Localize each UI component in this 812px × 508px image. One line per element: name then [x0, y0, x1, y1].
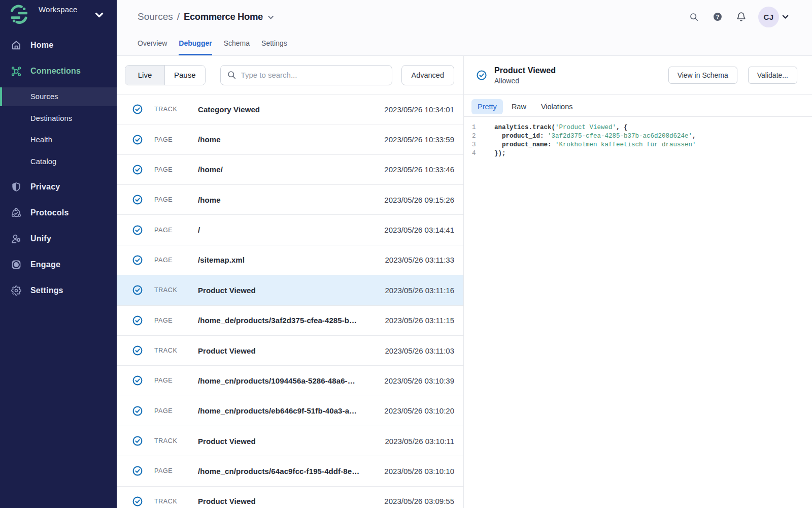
- sidebar-item-settings[interactable]: Settings: [0, 278, 117, 304]
- event-type: TRACK: [154, 347, 198, 354]
- check-circle-icon: [477, 70, 487, 80]
- tab-debugger[interactable]: Debugger: [179, 39, 212, 55]
- line-number: 1: [464, 123, 494, 132]
- help-icon[interactable]: ?: [713, 12, 722, 21]
- tab-raw[interactable]: Raw: [505, 99, 532, 114]
- sidebar-item-protocols[interactable]: Protocols: [0, 200, 117, 226]
- check-circle-icon: [132, 436, 143, 446]
- check-circle-icon: [132, 375, 143, 386]
- event-type: PAGE: [154, 227, 198, 234]
- code-token: analytics.track(: [494, 123, 555, 132]
- search-input[interactable]: [241, 71, 386, 79]
- sidebar-item-catalog[interactable]: Catalog: [0, 152, 117, 171]
- breadcrumb-caret-down-icon[interactable]: [268, 16, 274, 19]
- event-row[interactable]: PAGE/home_cn/products/eb646c9f-51fb-40a3…: [117, 396, 463, 426]
- tab-settings[interactable]: Settings: [261, 39, 287, 55]
- detail-title-block: Product Viewed Allowed: [494, 66, 556, 85]
- tab-overview[interactable]: Overview: [138, 39, 167, 55]
- sidebar-item-engage[interactable]: Engage: [0, 252, 117, 278]
- event-row[interactable]: PAGE/home_de/products/3af2d375-cfea-4285…: [117, 306, 463, 336]
- engage-icon: [11, 260, 21, 270]
- sidebar: Workspace Home Connections: [0, 0, 117, 508]
- code-token-string: 'Krokholmen kaffeetisch für draussen': [555, 141, 696, 149]
- sidebar-item-label: Privacy: [30, 182, 60, 192]
- event-row[interactable]: TRACKCategory Viewed2023/05/26 10:34:01: [117, 94, 463, 124]
- sidebar-item-label: Connections: [30, 67, 81, 76]
- sidebar-item-label: Protocols: [30, 208, 69, 217]
- check-circle-icon: [132, 104, 143, 114]
- search-icon[interactable]: [690, 13, 698, 21]
- app-header: Sources / Ecommerce Home ?: [117, 0, 812, 56]
- event-row[interactable]: TRACKProduct Viewed2023/05/26 03:11:03: [117, 336, 463, 366]
- detail-status: Allowed: [494, 77, 556, 85]
- event-name: /sitemap.xml: [198, 256, 385, 264]
- event-row[interactable]: TRACKProduct Viewed2023/05/26 03:09:55: [117, 487, 463, 508]
- check-circle-icon: [132, 406, 143, 416]
- sidebar-item-destinations[interactable]: Destinations: [0, 109, 117, 128]
- breadcrumb-sources-link[interactable]: Sources: [138, 11, 173, 22]
- sidebar-nav: Home Connections Sources Destinations He…: [0, 32, 117, 304]
- sidebar-item-sources[interactable]: Sources: [0, 87, 117, 106]
- avatar[interactable]: CJ: [758, 7, 779, 27]
- event-type: PAGE: [154, 166, 198, 173]
- sidebar-item-label: Home: [30, 41, 53, 50]
- detail-buttons: View in Schema Validate...: [668, 67, 797, 84]
- sidebar-item-unify[interactable]: Unify: [0, 226, 117, 252]
- detail-title: Product Viewed: [494, 66, 556, 75]
- sidebar-item-privacy[interactable]: Privacy: [0, 174, 117, 200]
- sidebar-item-home[interactable]: Home: [0, 32, 117, 58]
- event-name: /home_cn/products/eb646c9f-51fb-40a3-a…: [198, 406, 384, 415]
- event-timestamp: 2023/05/26 09:15:26: [384, 196, 454, 204]
- event-type: PAGE: [154, 196, 198, 203]
- search-box[interactable]: [220, 65, 392, 85]
- code-viewer: 1analytics.track('Product Viewed', {2 pr…: [464, 117, 812, 508]
- workspace-switcher[interactable]: Workspace: [0, 0, 117, 28]
- check-circle-icon: [132, 195, 143, 205]
- event-timestamp: 2023/05/26 10:33:46: [384, 165, 454, 174]
- protocols-icon: [11, 208, 21, 218]
- event-row[interactable]: TRACKProduct Viewed2023/05/26 03:11:16: [117, 275, 463, 305]
- sidebar-item-label: Settings: [30, 286, 63, 295]
- svg-text:?: ?: [716, 14, 720, 20]
- event-type: PAGE: [154, 467, 198, 474]
- user-menu-chevron-down-icon[interactable]: [782, 15, 789, 19]
- sidebar-item-connections[interactable]: Connections: [0, 58, 117, 84]
- event-timestamp: 2023/05/26 10:34:01: [384, 105, 454, 114]
- breadcrumb: Sources / Ecommerce Home: [138, 11, 274, 22]
- sidebar-item-health[interactable]: Health: [0, 131, 117, 149]
- event-row[interactable]: PAGE/2023/05/26 03:14:41: [117, 215, 463, 245]
- live-button[interactable]: Live: [125, 66, 164, 85]
- event-type: PAGE: [154, 407, 198, 415]
- segment-logo-icon: [8, 3, 29, 24]
- event-row[interactable]: PAGE/home/2023/05/26 10:33:46: [117, 155, 463, 185]
- event-row[interactable]: PAGE/home2023/05/26 10:33:59: [117, 124, 463, 154]
- code-line: 1analytics.track('Product Viewed', {: [464, 123, 812, 132]
- tab-violations[interactable]: Violations: [535, 99, 579, 114]
- event-row[interactable]: PAGE/home2023/05/26 09:15:26: [117, 185, 463, 215]
- tab-pretty[interactable]: Pretty: [471, 99, 503, 114]
- code-token-string: '3af2d375-cfea-4285-b37b-ac6d208d624e': [548, 132, 692, 141]
- event-timestamp: 2023/05/26 03:10:20: [384, 406, 454, 415]
- advanced-button[interactable]: Advanced: [401, 65, 455, 85]
- check-circle-icon: [132, 315, 143, 326]
- event-name: Category Viewed: [198, 105, 384, 114]
- event-row[interactable]: TRACKProduct Viewed2023/05/26 03:10:11: [117, 426, 463, 456]
- code-token-string: 'Product Viewed': [555, 123, 616, 132]
- bell-icon[interactable]: [736, 12, 746, 22]
- detail-tabs: Pretty Raw Violations: [464, 95, 812, 117]
- header-actions: ? CJ: [690, 7, 789, 27]
- event-row[interactable]: PAGE/sitemap.xml2023/05/26 03:11:33: [117, 245, 463, 275]
- code-line: 2 product_id: '3af2d375-cfea-4285-b37b-a…: [464, 132, 812, 141]
- line-number: 3: [464, 141, 494, 149]
- view-in-schema-button[interactable]: View in Schema: [668, 67, 737, 84]
- event-row[interactable]: PAGE/home_cn/products/1094456a-5286-48a6…: [117, 366, 463, 396]
- validate-button[interactable]: Validate...: [748, 67, 797, 84]
- check-circle-icon: [132, 165, 143, 175]
- search-input-icon: [227, 71, 236, 79]
- pause-button[interactable]: Pause: [164, 66, 205, 85]
- tab-schema[interactable]: Schema: [224, 39, 250, 55]
- event-row[interactable]: PAGE/home_cn/products/64ac9fcc-f195-4ddf…: [117, 456, 463, 486]
- code-token: product_name:: [494, 141, 555, 149]
- sidebar-item-label: Unify: [30, 234, 51, 243]
- event-list-pane: Live Pause Advanced TRACKCategory Viewed…: [117, 56, 464, 508]
